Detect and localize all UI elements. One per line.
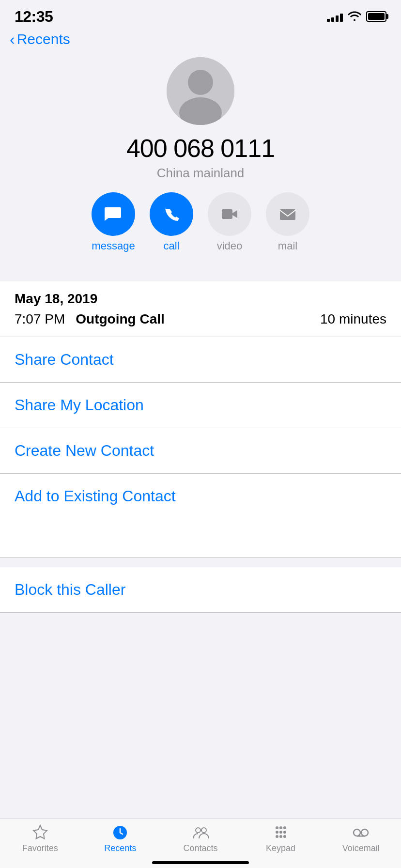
- call-button[interactable]: [150, 192, 193, 236]
- create-contact-item[interactable]: Create New Contact: [0, 428, 401, 474]
- mail-action[interactable]: mail: [266, 192, 309, 252]
- battery-icon: [366, 11, 386, 22]
- add-existing-item[interactable]: Add to Existing Contact: [0, 474, 401, 519]
- tab-favorites[interactable]: Favorites: [0, 824, 80, 853]
- video-label: video: [217, 240, 243, 252]
- tab-bar: Favorites Recents Contacts Keypad: [0, 819, 401, 868]
- action-buttons: message call video: [92, 192, 309, 252]
- recents-icon: [111, 824, 129, 841]
- svg-point-14: [276, 835, 278, 838]
- section-gap-1: [0, 267, 401, 281]
- contact-header: 400 068 0111 China mainland message call: [0, 52, 401, 267]
- message-label: message: [92, 240, 135, 252]
- keypad-icon: [272, 824, 290, 841]
- call-label: call: [163, 240, 179, 252]
- signal-icon: [327, 11, 343, 22]
- bottom-spacer: [0, 613, 401, 700]
- back-chevron-icon: ‹: [10, 31, 15, 47]
- svg-point-10: [283, 826, 286, 829]
- svg-point-8: [276, 826, 278, 829]
- status-icons: [327, 10, 386, 23]
- block-caller-item[interactable]: Block this Caller: [0, 567, 401, 612]
- section-gap-2: [0, 558, 401, 567]
- svg-rect-4: [280, 209, 295, 220]
- tab-contacts[interactable]: Contacts: [160, 824, 241, 853]
- call-type: Outgoing Call: [76, 311, 165, 327]
- tab-voicemail[interactable]: Voicemail: [321, 824, 401, 853]
- svg-point-9: [279, 826, 282, 829]
- spacer-section: [0, 519, 401, 558]
- favorites-icon: [31, 824, 49, 841]
- svg-point-15: [279, 835, 282, 838]
- video-action[interactable]: video: [208, 192, 251, 252]
- call-history: May 18, 2019 7:07 PM Outgoing Call 10 mi…: [0, 281, 401, 337]
- message-action[interactable]: message: [92, 192, 135, 252]
- svg-point-16: [283, 835, 286, 838]
- svg-rect-19: [357, 836, 365, 837]
- call-detail: 7:07 PM Outgoing Call 10 minutes: [15, 311, 386, 327]
- status-bar: 12:35: [0, 0, 401, 26]
- call-action[interactable]: call: [150, 192, 193, 252]
- svg-point-18: [361, 829, 368, 836]
- svg-point-12: [279, 831, 282, 834]
- svg-point-13: [283, 831, 286, 834]
- call-date: May 18, 2019: [15, 291, 386, 307]
- svg-point-11: [276, 831, 278, 834]
- phone-number: 400 068 0111: [126, 134, 275, 163]
- tab-recents[interactable]: Recents: [80, 824, 161, 853]
- share-location-item[interactable]: Share My Location: [0, 383, 401, 428]
- status-time: 12:35: [15, 8, 53, 26]
- tab-contacts-label: Contacts: [183, 843, 217, 853]
- tab-voicemail-label: Voicemail: [342, 843, 380, 853]
- svg-point-17: [354, 829, 360, 836]
- call-time: 7:07 PM: [15, 311, 65, 327]
- avatar: [167, 57, 234, 125]
- svg-point-1: [188, 70, 213, 95]
- tab-recents-label: Recents: [104, 843, 136, 853]
- block-section: Block this Caller: [0, 567, 401, 613]
- avatar-silhouette: [167, 57, 234, 125]
- mail-button[interactable]: [266, 192, 309, 236]
- back-label: Recents: [17, 31, 70, 47]
- mail-label: mail: [278, 240, 297, 252]
- svg-rect-3: [222, 209, 232, 219]
- phone-region: China mainland: [157, 166, 245, 181]
- voicemail-icon: [352, 824, 370, 841]
- call-duration: 10 minutes: [320, 311, 386, 327]
- svg-point-7: [201, 828, 206, 833]
- share-contact-item[interactable]: Share Contact: [0, 337, 401, 383]
- tab-keypad-label: Keypad: [266, 843, 295, 853]
- tab-favorites-label: Favorites: [22, 843, 58, 853]
- message-button[interactable]: [92, 192, 135, 236]
- video-button[interactable]: [208, 192, 251, 236]
- wifi-icon: [348, 10, 361, 23]
- svg-point-6: [196, 828, 200, 833]
- back-button[interactable]: ‹ Recents: [0, 26, 80, 52]
- menu-section: Share Contact Share My Location Create N…: [0, 337, 401, 519]
- contacts-icon: [192, 824, 209, 841]
- tab-keypad[interactable]: Keypad: [241, 824, 321, 853]
- home-indicator: [152, 861, 249, 864]
